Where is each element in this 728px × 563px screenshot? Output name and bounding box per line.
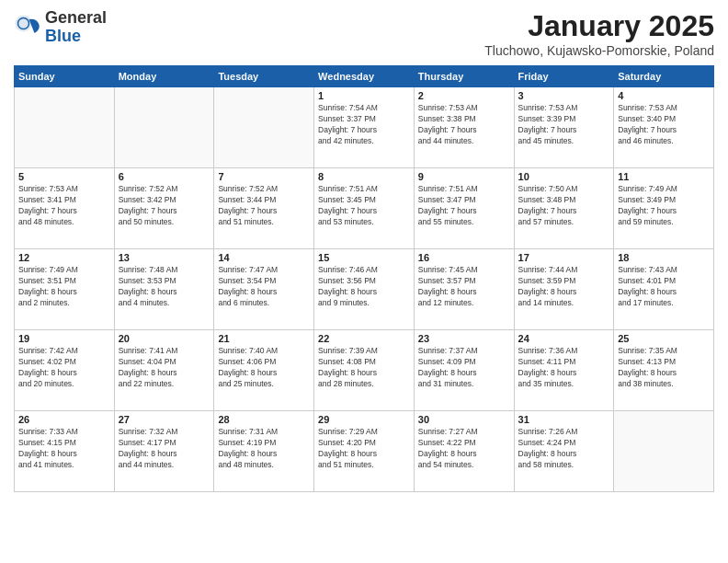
day-info: Sunrise: 7:49 AM Sunset: 3:49 PM Dayligh… — [618, 184, 710, 228]
calendar-cell: 11Sunrise: 7:49 AM Sunset: 3:49 PM Dayli… — [614, 168, 714, 249]
day-number: 30 — [418, 414, 510, 425]
day-info: Sunrise: 7:40 AM Sunset: 4:06 PM Dayligh… — [218, 346, 310, 390]
weekday-header: Friday — [514, 66, 614, 87]
calendar-cell — [214, 87, 314, 168]
calendar-cell: 28Sunrise: 7:31 AM Sunset: 4:19 PM Dayli… — [214, 411, 314, 492]
weekday-row: SundayMondayTuesdayWednesdayThursdayFrid… — [15, 66, 714, 87]
calendar-title: January 2025 — [484, 9, 714, 43]
day-number: 3 — [518, 90, 610, 101]
title-block: January 2025 Tluchowo, Kujawsko-Pomorski… — [484, 9, 714, 58]
day-number: 19 — [18, 333, 110, 344]
calendar-cell: 18Sunrise: 7:43 AM Sunset: 4:01 PM Dayli… — [614, 249, 714, 330]
day-number: 1 — [318, 90, 410, 101]
calendar-week-row: 26Sunrise: 7:33 AM Sunset: 4:15 PM Dayli… — [15, 411, 714, 492]
calendar-header: SundayMondayTuesdayWednesdayThursdayFrid… — [15, 66, 714, 87]
day-number: 24 — [518, 333, 610, 344]
day-info: Sunrise: 7:37 AM Sunset: 4:09 PM Dayligh… — [418, 346, 510, 390]
page: General Blue January 2025 Tluchowo, Kuja… — [0, 0, 728, 563]
day-info: Sunrise: 7:31 AM Sunset: 4:19 PM Dayligh… — [218, 427, 310, 471]
calendar-cell: 22Sunrise: 7:39 AM Sunset: 4:08 PM Dayli… — [314, 330, 415, 411]
weekday-header: Tuesday — [214, 66, 314, 87]
day-info: Sunrise: 7:50 AM Sunset: 3:48 PM Dayligh… — [518, 184, 610, 228]
day-number: 7 — [218, 171, 310, 182]
header: General Blue January 2025 Tluchowo, Kuja… — [14, 9, 714, 58]
calendar-cell: 15Sunrise: 7:46 AM Sunset: 3:56 PM Dayli… — [314, 249, 415, 330]
calendar-cell: 31Sunrise: 7:26 AM Sunset: 4:24 PM Dayli… — [514, 411, 614, 492]
calendar-cell — [15, 87, 115, 168]
logo-icon — [14, 14, 41, 41]
day-number: 10 — [518, 171, 610, 182]
calendar-cell: 16Sunrise: 7:45 AM Sunset: 3:57 PM Dayli… — [414, 249, 514, 330]
day-info: Sunrise: 7:27 AM Sunset: 4:22 PM Dayligh… — [418, 427, 510, 471]
day-info: Sunrise: 7:39 AM Sunset: 4:08 PM Dayligh… — [318, 346, 410, 390]
calendar-cell: 10Sunrise: 7:50 AM Sunset: 3:48 PM Dayli… — [514, 168, 614, 249]
calendar-cell: 27Sunrise: 7:32 AM Sunset: 4:17 PM Dayli… — [114, 411, 214, 492]
day-info: Sunrise: 7:35 AM Sunset: 4:13 PM Dayligh… — [618, 346, 710, 390]
weekday-header: Sunday — [15, 66, 115, 87]
calendar-cell: 8Sunrise: 7:51 AM Sunset: 3:45 PM Daylig… — [314, 168, 415, 249]
day-number: 29 — [318, 414, 410, 425]
day-number: 23 — [418, 333, 510, 344]
weekday-header: Thursday — [414, 66, 514, 87]
calendar-body: 1Sunrise: 7:54 AM Sunset: 3:37 PM Daylig… — [15, 87, 714, 492]
day-info: Sunrise: 7:46 AM Sunset: 3:56 PM Dayligh… — [318, 265, 410, 309]
calendar-cell: 5Sunrise: 7:53 AM Sunset: 3:41 PM Daylig… — [15, 168, 115, 249]
day-number: 26 — [18, 414, 110, 425]
day-number: 31 — [518, 414, 610, 425]
calendar-cell: 23Sunrise: 7:37 AM Sunset: 4:09 PM Dayli… — [414, 330, 514, 411]
day-number: 5 — [18, 171, 110, 182]
day-number: 20 — [119, 333, 210, 344]
calendar-cell: 2Sunrise: 7:53 AM Sunset: 3:38 PM Daylig… — [414, 87, 514, 168]
day-number: 27 — [119, 414, 210, 425]
calendar-subtitle: Tluchowo, Kujawsko-Pomorskie, Poland — [484, 43, 714, 58]
day-info: Sunrise: 7:36 AM Sunset: 4:11 PM Dayligh… — [518, 346, 610, 390]
day-number: 25 — [618, 333, 710, 344]
day-info: Sunrise: 7:33 AM Sunset: 4:15 PM Dayligh… — [18, 427, 110, 471]
day-number: 9 — [418, 171, 510, 182]
day-number: 16 — [418, 252, 510, 263]
day-info: Sunrise: 7:54 AM Sunset: 3:37 PM Dayligh… — [318, 103, 410, 147]
calendar-cell: 21Sunrise: 7:40 AM Sunset: 4:06 PM Dayli… — [214, 330, 314, 411]
calendar-cell: 14Sunrise: 7:47 AM Sunset: 3:54 PM Dayli… — [214, 249, 314, 330]
day-number: 4 — [618, 90, 710, 101]
calendar-cell: 6Sunrise: 7:52 AM Sunset: 3:42 PM Daylig… — [114, 168, 214, 249]
calendar-week-row: 1Sunrise: 7:54 AM Sunset: 3:37 PM Daylig… — [15, 87, 714, 168]
calendar-cell: 20Sunrise: 7:41 AM Sunset: 4:04 PM Dayli… — [114, 330, 214, 411]
day-info: Sunrise: 7:44 AM Sunset: 3:59 PM Dayligh… — [518, 265, 610, 309]
logo-general: General — [45, 9, 107, 28]
day-info: Sunrise: 7:52 AM Sunset: 3:44 PM Dayligh… — [218, 184, 310, 228]
day-info: Sunrise: 7:26 AM Sunset: 4:24 PM Dayligh… — [518, 427, 610, 471]
calendar-cell: 7Sunrise: 7:52 AM Sunset: 3:44 PM Daylig… — [214, 168, 314, 249]
logo: General Blue — [14, 9, 107, 46]
day-info: Sunrise: 7:45 AM Sunset: 3:57 PM Dayligh… — [418, 265, 510, 309]
logo-text: General Blue — [45, 9, 107, 46]
day-info: Sunrise: 7:52 AM Sunset: 3:42 PM Dayligh… — [119, 184, 210, 228]
day-info: Sunrise: 7:51 AM Sunset: 3:45 PM Dayligh… — [318, 184, 410, 228]
day-number: 17 — [518, 252, 610, 263]
calendar-week-row: 12Sunrise: 7:49 AM Sunset: 3:51 PM Dayli… — [15, 249, 714, 330]
day-info: Sunrise: 7:41 AM Sunset: 4:04 PM Dayligh… — [119, 346, 210, 390]
calendar-cell: 3Sunrise: 7:53 AM Sunset: 3:39 PM Daylig… — [514, 87, 614, 168]
weekday-header: Monday — [114, 66, 214, 87]
day-info: Sunrise: 7:51 AM Sunset: 3:47 PM Dayligh… — [418, 184, 510, 228]
weekday-header: Wednesday — [314, 66, 415, 87]
day-number: 13 — [119, 252, 210, 263]
logo-blue: Blue — [45, 28, 107, 46]
calendar-cell: 17Sunrise: 7:44 AM Sunset: 3:59 PM Dayli… — [514, 249, 614, 330]
day-info: Sunrise: 7:53 AM Sunset: 3:40 PM Dayligh… — [618, 103, 710, 147]
calendar-cell — [114, 87, 214, 168]
day-number: 2 — [418, 90, 510, 101]
calendar-cell: 12Sunrise: 7:49 AM Sunset: 3:51 PM Dayli… — [15, 249, 115, 330]
calendar-cell — [614, 411, 714, 492]
day-number: 28 — [218, 414, 310, 425]
day-number: 14 — [218, 252, 310, 263]
day-info: Sunrise: 7:29 AM Sunset: 4:20 PM Dayligh… — [318, 427, 410, 471]
day-number: 15 — [318, 252, 410, 263]
day-info: Sunrise: 7:43 AM Sunset: 4:01 PM Dayligh… — [618, 265, 710, 309]
day-number: 22 — [318, 333, 410, 344]
day-number: 11 — [618, 171, 710, 182]
day-number: 12 — [18, 252, 110, 263]
day-info: Sunrise: 7:53 AM Sunset: 3:41 PM Dayligh… — [18, 184, 110, 228]
calendar-cell: 24Sunrise: 7:36 AM Sunset: 4:11 PM Dayli… — [514, 330, 614, 411]
calendar-cell: 4Sunrise: 7:53 AM Sunset: 3:40 PM Daylig… — [614, 87, 714, 168]
